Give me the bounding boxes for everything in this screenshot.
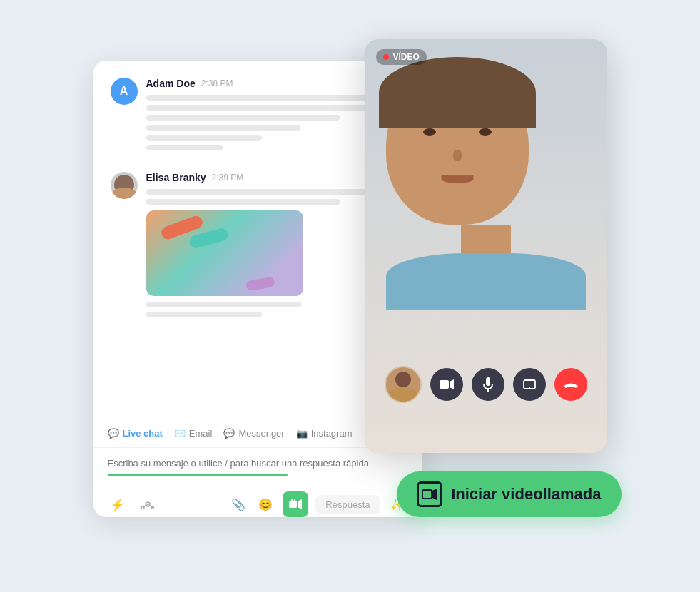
avatar-elisa xyxy=(111,172,138,199)
message-time-elisa: 2:39 PM xyxy=(212,173,244,183)
svg-rect-16 xyxy=(422,490,432,499)
respuesta-button[interactable]: Respuesta xyxy=(315,495,380,514)
man-head xyxy=(386,68,586,310)
tab-messenger-label: Messenger xyxy=(238,428,284,439)
man-face xyxy=(386,68,529,225)
svg-rect-5 xyxy=(289,501,297,508)
end-call-button[interactable] xyxy=(554,368,587,401)
chat-bottom-bar: ⚡ 📎 😊 xyxy=(93,486,422,517)
lightning-button[interactable]: ⚡ xyxy=(108,494,128,514)
video-label: VÍDEO xyxy=(376,49,427,65)
man-shoulder xyxy=(386,253,586,310)
text-line xyxy=(146,312,263,317)
sender-name-adam: Adam Doe xyxy=(146,78,196,89)
svg-marker-17 xyxy=(432,489,437,499)
tab-instagram-label: Instagram xyxy=(311,428,352,439)
tab-instagram[interactable]: 📷 Instagram xyxy=(296,428,352,439)
man-eye-left xyxy=(423,128,436,136)
camera-button[interactable] xyxy=(430,368,463,401)
video-cta-icon xyxy=(417,481,442,507)
text-line xyxy=(146,125,301,131)
video-cta-banner[interactable]: Iniciar videollamada xyxy=(397,471,621,517)
message-group-elisa: Elisa Branky 2:39 PM xyxy=(111,172,405,322)
man-hair xyxy=(379,57,536,128)
man-nose xyxy=(453,150,462,161)
input-underline xyxy=(108,474,288,476)
man-mouth xyxy=(441,175,473,183)
live-dot xyxy=(383,54,389,60)
man-eye-right xyxy=(479,128,492,136)
user-thumbnail xyxy=(385,366,422,403)
svg-marker-6 xyxy=(298,499,302,509)
bottom-icons-right: 📎 😊 Respuesta ✨ xyxy=(228,491,407,517)
sender-name-elisa: Elisa Branky xyxy=(146,172,206,183)
tab-email[interactable]: ✉️ Email xyxy=(174,428,213,439)
message-input[interactable] xyxy=(108,455,407,471)
video-controls xyxy=(365,366,607,403)
text-line xyxy=(146,199,340,205)
svg-rect-7 xyxy=(291,499,293,501)
message-time-adam: 2:38 PM xyxy=(201,78,233,88)
microphone-button[interactable] xyxy=(472,368,504,401)
svg-rect-9 xyxy=(440,380,449,389)
video-call-button[interactable] xyxy=(283,491,308,517)
network-button[interactable] xyxy=(138,494,158,514)
video-panel: VÍDEO xyxy=(365,39,607,453)
emoji-button[interactable]: 😊 xyxy=(255,494,275,514)
tab-messenger[interactable]: 💬 Messenger xyxy=(223,428,284,439)
text-line xyxy=(146,135,263,141)
chat-icon: 💬 xyxy=(108,428,119,439)
bottom-icons-left: ⚡ xyxy=(108,494,158,514)
svg-rect-11 xyxy=(486,377,490,386)
tab-livechat-label: Live chat xyxy=(123,428,163,439)
text-line xyxy=(146,115,340,121)
screen-share-button[interactable] xyxy=(513,368,546,401)
text-line xyxy=(146,145,224,150)
product-image xyxy=(146,210,303,296)
video-cta-text: Iniciar videollamada xyxy=(451,485,601,504)
video-background: VÍDEO xyxy=(365,39,607,453)
scene: A Adam Doe 2:38 PM xyxy=(93,39,607,553)
text-line xyxy=(146,302,301,307)
messenger-icon: 💬 xyxy=(223,428,235,439)
avatar-adam: A xyxy=(111,78,138,105)
tab-livechat[interactable]: 💬 Live chat xyxy=(108,428,163,439)
man-neck xyxy=(461,225,511,253)
message-group-adam: A Adam Doe 2:38 PM xyxy=(111,78,405,155)
email-icon: ✉️ xyxy=(174,428,186,439)
text-line xyxy=(146,105,379,111)
instagram-icon: 📷 xyxy=(296,428,308,439)
svg-marker-10 xyxy=(450,379,454,389)
chat-input-area xyxy=(93,447,422,486)
tab-email-label: Email xyxy=(189,428,213,439)
attachment-button[interactable]: 📎 xyxy=(228,494,248,514)
video-label-text: VÍDEO xyxy=(393,52,420,62)
svg-rect-8 xyxy=(294,499,295,501)
